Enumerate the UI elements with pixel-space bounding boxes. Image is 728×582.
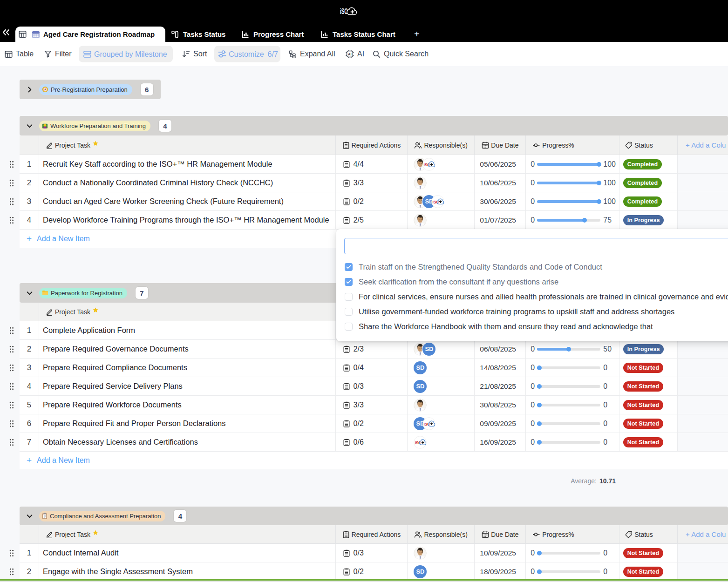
svg-text:iSO: iSO [340, 7, 348, 15]
svg-text:AI: AI [348, 52, 352, 56]
